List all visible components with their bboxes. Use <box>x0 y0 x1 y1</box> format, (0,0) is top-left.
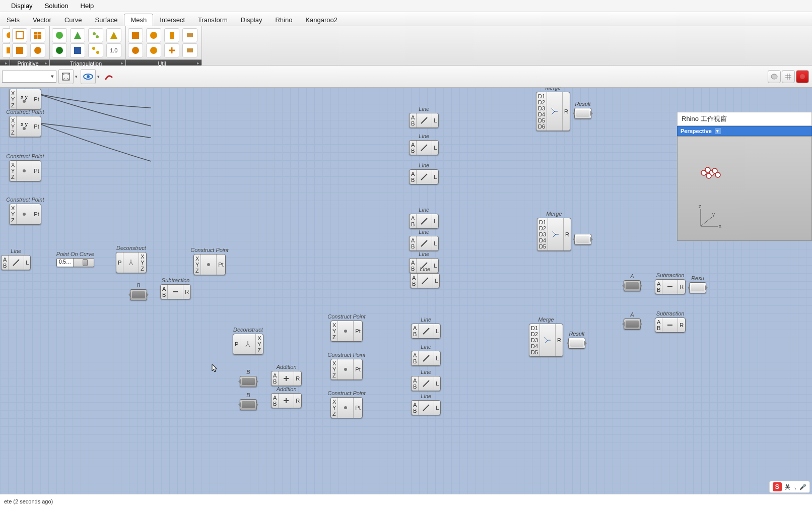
canvas-viewport[interactable]: XYZ x y Pt Construct Point XYZ x y Pt Co… <box>0 88 812 494</box>
tab-kangaroo2[interactable]: Kangaroo2 <box>299 14 344 26</box>
node-construct-point[interactable]: Construct Point XYZPt <box>330 321 363 342</box>
ribbon-icon[interactable] <box>182 28 197 42</box>
node-construct-point[interactable]: Construct Point XYZ Pt <box>9 160 41 181</box>
node-addition[interactable]: Addition AB R <box>271 371 302 386</box>
axes-gizmo: z x y <box>697 205 722 230</box>
tab-curve[interactable]: Curve <box>58 14 89 26</box>
ribbon-icon[interactable] <box>88 43 103 57</box>
ribbon-icon[interactable] <box>146 28 161 42</box>
node-line[interactable]: Line AB L <box>1 255 31 270</box>
ribbon-icon[interactable] <box>52 28 67 42</box>
node-merge[interactable]: Merge D1D2D3D4D5R <box>529 324 563 357</box>
node-line[interactable]: LineABL <box>409 214 439 229</box>
node-subtraction[interactable]: Subtraction AB R <box>160 284 191 299</box>
param-number[interactable]: B <box>240 399 257 410</box>
sketch-button[interactable] <box>103 69 118 84</box>
ribbon-group-0 <box>0 26 10 65</box>
node-merge[interactable]: Merge D1D2D3D4D5D6R <box>536 92 570 131</box>
param-number[interactable]: B <box>130 289 147 300</box>
xyz-icon: x y <box>17 89 32 109</box>
zoom-combo[interactable] <box>2 71 56 83</box>
svg-point-27 <box>23 100 26 103</box>
tab-vector[interactable]: Vector <box>26 14 58 26</box>
node-line[interactable]: LineABL <box>409 236 439 251</box>
preview-dropdown[interactable]: ▾ <box>96 74 101 79</box>
ribbon-icon[interactable] <box>12 28 27 42</box>
tab-mesh[interactable]: Mesh <box>124 14 153 26</box>
ribbon-icon[interactable] <box>164 43 179 57</box>
tab-display[interactable]: Display <box>234 14 269 26</box>
node-line[interactable]: LineABL <box>411 324 441 339</box>
ribbon-icon[interactable] <box>164 28 179 42</box>
zoom-extents-button[interactable] <box>58 69 74 84</box>
node-line[interactable]: LineABL <box>409 140 439 155</box>
node-addition[interactable]: Addition AB R <box>271 393 302 408</box>
ribbon-icon[interactable] <box>106 28 121 42</box>
canvas-toolbar: ▾ ▾ <box>0 66 812 88</box>
node-line[interactable]: LineABL <box>411 400 441 415</box>
ribbon-icon[interactable] <box>30 43 45 57</box>
ribbon-icon[interactable] <box>146 43 161 57</box>
grid-button[interactable] <box>782 70 795 83</box>
ribbon-icon[interactable] <box>128 43 143 57</box>
ribbon-icon[interactable] <box>70 28 85 42</box>
param-number[interactable]: A <box>624 280 641 291</box>
canvas[interactable]: XYZ x y Pt Construct Point XYZ x y Pt Co… <box>0 88 812 494</box>
menu-solution[interactable]: Solution <box>39 0 75 12</box>
microphone-icon[interactable]: 🎤 <box>799 484 806 490</box>
slider-track[interactable] <box>74 259 94 267</box>
ribbon-icon[interactable] <box>52 43 67 57</box>
param-label: A <box>630 273 634 279</box>
ribbon-icon[interactable] <box>128 28 143 42</box>
node-point-on-curve[interactable]: Point On Curve 0.5… <box>56 258 94 267</box>
node-line[interactable]: LineABL <box>411 351 441 366</box>
zoom-dropdown[interactable]: ▾ <box>74 74 79 79</box>
ribbon-icon[interactable] <box>12 43 27 57</box>
menu-help[interactable]: Help <box>75 0 100 12</box>
rhino-viewport-view[interactable]: z x y <box>677 136 812 241</box>
param-result[interactable]: Result <box>568 338 585 349</box>
tab-sets[interactable]: Sets <box>0 14 26 26</box>
ribbon-icon[interactable] <box>70 43 85 57</box>
param-result[interactable]: Resu <box>689 282 706 293</box>
ime-language[interactable]: 英 <box>785 483 790 491</box>
rhino-viewport-selector[interactable]: Perspective▾ <box>677 126 812 136</box>
tab-surface[interactable]: Surface <box>89 14 124 26</box>
tab-transform[interactable]: Transform <box>191 14 234 26</box>
node-line[interactable]: LineABL <box>409 169 439 184</box>
ribbon-icon[interactable] <box>30 28 45 42</box>
slider-value[interactable]: 0.5… <box>57 259 74 267</box>
node-construct-point[interactable]: Construct Point XYZ x y Pt <box>9 116 41 137</box>
line-icon <box>419 324 434 338</box>
ribbon-icon[interactable] <box>182 43 197 57</box>
node-construct-point[interactable]: Construct Point XYZPt <box>330 359 363 380</box>
node-construct-point[interactable]: Construct Point XYZ Pt <box>193 254 226 275</box>
param-result[interactable]: Result <box>574 108 591 119</box>
node-merge[interactable]: Merge D1D2D3D4D5R <box>537 218 571 251</box>
menu-display[interactable]: Display <box>5 0 39 12</box>
node-deconstruct[interactable]: Deconstruct P XYZ <box>233 334 263 355</box>
node-construct-point[interactable]: XYZ x y Pt <box>9 89 41 110</box>
node-line[interactable]: LineABL <box>410 273 440 288</box>
param-number[interactable]: A <box>624 319 641 330</box>
node-construct-point[interactable]: Construct Point XYZPt <box>330 397 363 418</box>
record-button[interactable] <box>796 70 809 83</box>
ribbon-icon[interactable] <box>88 28 103 42</box>
tab-rhino[interactable]: Rhino <box>268 14 299 26</box>
param-number[interactable]: B <box>240 376 257 387</box>
preview-button[interactable] <box>81 69 96 84</box>
node-line[interactable]: LineABL <box>411 376 441 391</box>
ribbon-icon[interactable]: 1.0 <box>106 43 121 57</box>
node-subtraction[interactable]: SubtractionABR <box>655 318 686 333</box>
rhino-viewport-panel[interactable]: Rhino 工作视窗 Perspective▾ z x y <box>677 112 812 241</box>
ime-bar[interactable]: S 英 ·, 🎤 <box>769 481 810 493</box>
node-subtraction[interactable]: SubtractionABR <box>655 279 686 294</box>
chevron-down-icon[interactable]: ▾ <box>715 128 721 134</box>
ime-logo-icon[interactable]: S <box>773 482 782 491</box>
param-result[interactable] <box>574 234 591 245</box>
tab-intersect[interactable]: Intersect <box>153 14 191 26</box>
node-construct-point[interactable]: Construct Point XYZ Pt <box>9 204 41 225</box>
node-line[interactable]: LineABL <box>409 113 439 128</box>
doc-button[interactable] <box>768 70 781 83</box>
node-deconstruct[interactable]: Deconstruct P XYZ <box>116 252 147 273</box>
